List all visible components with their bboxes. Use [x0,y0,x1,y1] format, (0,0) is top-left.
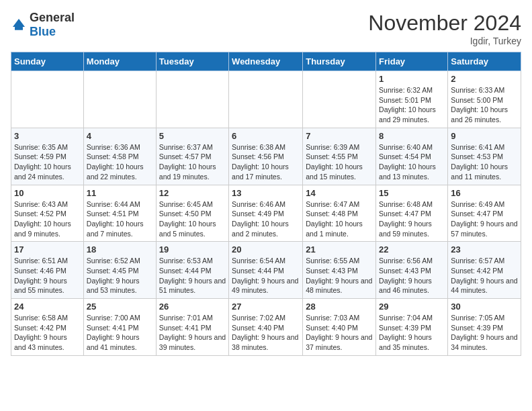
day-info: Sunrise: 6:58 AMSunset: 4:42 PMDaylight:… [14,313,81,353]
calendar-cell: 12Sunrise: 6:45 AMSunset: 4:50 PMDayligh… [156,185,228,242]
calendar-cell [83,71,156,128]
day-info: Sunrise: 7:02 AMSunset: 4:40 PMDaylight:… [232,313,300,353]
day-number: 25 [87,302,153,312]
calendar-cell: 14Sunrise: 6:47 AMSunset: 4:48 PMDayligh… [303,185,376,242]
title-area: November 2024 Igdir, Turkey [368,11,521,46]
day-number: 24 [14,302,81,312]
calendar-week-row: 17Sunrise: 6:51 AMSunset: 4:46 PMDayligh… [11,242,521,299]
day-info: Sunrise: 6:52 AMSunset: 4:45 PMDaylight:… [87,256,153,295]
logo-general-text: General [30,11,75,24]
calendar-cell: 22Sunrise: 6:56 AMSunset: 4:43 PMDayligh… [376,242,448,299]
calendar-header-row: SundayMondayTuesdayWednesdayThursdayFrid… [11,52,521,71]
calendar-cell: 23Sunrise: 6:57 AMSunset: 4:42 PMDayligh… [448,242,521,299]
day-number: 22 [379,244,445,255]
location: Igdir, Turkey [368,36,521,46]
day-number: 23 [451,244,518,255]
calendar-cell: 2Sunrise: 6:33 AMSunset: 5:00 PMDaylight… [448,71,521,128]
day-info: Sunrise: 6:33 AMSunset: 5:00 PMDaylight:… [451,85,518,125]
day-info: Sunrise: 6:35 AMSunset: 4:59 PMDaylight:… [14,142,81,182]
calendar-cell: 28Sunrise: 7:03 AMSunset: 4:40 PMDayligh… [303,299,376,356]
calendar-cell: 10Sunrise: 6:43 AMSunset: 4:52 PMDayligh… [11,185,84,242]
day-number: 7 [306,131,373,141]
calendar-cell: 27Sunrise: 7:02 AMSunset: 4:40 PMDayligh… [229,299,303,356]
day-number: 30 [451,302,518,312]
day-info: Sunrise: 6:48 AMSunset: 4:47 PMDaylight:… [379,199,445,239]
day-number: 27 [232,302,300,312]
weekday-header-sunday: Sunday [11,52,84,71]
calendar-cell [156,71,228,128]
calendar-cell: 9Sunrise: 6:41 AMSunset: 4:53 PMDaylight… [448,128,521,185]
calendar-cell: 26Sunrise: 7:01 AMSunset: 4:41 PMDayligh… [156,299,228,356]
day-number: 6 [232,131,300,141]
day-info: Sunrise: 6:49 AMSunset: 4:47 PMDaylight:… [451,199,518,239]
calendar-cell: 30Sunrise: 7:05 AMSunset: 4:39 PMDayligh… [448,299,521,356]
calendar-cell: 24Sunrise: 6:58 AMSunset: 4:42 PMDayligh… [11,299,84,356]
day-info: Sunrise: 6:57 AMSunset: 4:42 PMDaylight:… [451,256,518,295]
day-info: Sunrise: 6:39 AMSunset: 4:55 PMDaylight:… [306,142,373,182]
day-number: 17 [14,244,81,255]
day-number: 21 [306,244,373,255]
calendar-cell: 25Sunrise: 7:00 AMSunset: 4:41 PMDayligh… [83,299,156,356]
calendar-week-row: 3Sunrise: 6:35 AMSunset: 4:59 PMDaylight… [11,128,521,185]
day-info: Sunrise: 6:54 AMSunset: 4:44 PMDaylight:… [232,256,300,295]
day-number: 11 [87,188,153,198]
calendar-week-row: 1Sunrise: 6:32 AMSunset: 5:01 PMDaylight… [11,71,521,128]
day-number: 9 [451,131,518,141]
calendar-cell: 11Sunrise: 6:44 AMSunset: 4:51 PMDayligh… [83,185,156,242]
calendar-cell: 18Sunrise: 6:52 AMSunset: 4:45 PMDayligh… [83,242,156,299]
day-info: Sunrise: 6:46 AMSunset: 4:49 PMDaylight:… [232,199,300,239]
day-info: Sunrise: 6:51 AMSunset: 4:46 PMDaylight:… [14,256,81,295]
calendar-cell [303,71,376,128]
logo-icon [11,17,27,33]
day-info: Sunrise: 7:04 AMSunset: 4:39 PMDaylight:… [379,313,445,353]
day-info: Sunrise: 6:32 AMSunset: 5:01 PMDaylight:… [379,85,445,125]
day-info: Sunrise: 6:41 AMSunset: 4:53 PMDaylight:… [451,142,518,182]
weekday-header-friday: Friday [376,52,448,71]
day-number: 1 [379,74,445,84]
weekday-header-wednesday: Wednesday [229,52,303,71]
calendar-cell [229,71,303,128]
weekday-header-tuesday: Tuesday [156,52,228,71]
day-info: Sunrise: 6:55 AMSunset: 4:43 PMDaylight:… [306,256,373,295]
calendar-cell: 3Sunrise: 6:35 AMSunset: 4:59 PMDaylight… [11,128,84,185]
logo: General Blue [11,11,75,39]
day-number: 5 [159,131,226,141]
day-info: Sunrise: 7:00 AMSunset: 4:41 PMDaylight:… [87,313,153,353]
calendar-cell: 5Sunrise: 6:37 AMSunset: 4:57 PMDaylight… [156,128,228,185]
calendar-cell: 15Sunrise: 6:48 AMSunset: 4:47 PMDayligh… [376,185,448,242]
calendar-cell: 20Sunrise: 6:54 AMSunset: 4:44 PMDayligh… [229,242,303,299]
svg-rect-1 [15,27,23,30]
calendar-cell: 29Sunrise: 7:04 AMSunset: 4:39 PMDayligh… [376,299,448,356]
day-info: Sunrise: 6:37 AMSunset: 4:57 PMDaylight:… [159,142,226,182]
calendar-cell: 4Sunrise: 6:36 AMSunset: 4:58 PMDaylight… [83,128,156,185]
day-info: Sunrise: 6:38 AMSunset: 4:56 PMDaylight:… [232,142,300,182]
day-number: 12 [159,188,226,198]
day-number: 16 [451,188,518,198]
day-info: Sunrise: 6:40 AMSunset: 4:54 PMDaylight:… [379,142,445,182]
day-number: 3 [14,131,81,141]
weekday-header-thursday: Thursday [303,52,376,71]
page-header: General Blue November 2024 Igdir, Turkey [11,11,521,46]
day-info: Sunrise: 7:01 AMSunset: 4:41 PMDaylight:… [159,313,226,353]
day-info: Sunrise: 7:03 AMSunset: 4:40 PMDaylight:… [306,313,373,353]
day-info: Sunrise: 6:56 AMSunset: 4:43 PMDaylight:… [379,256,445,295]
calendar-cell: 17Sunrise: 6:51 AMSunset: 4:46 PMDayligh… [11,242,84,299]
day-number: 2 [451,74,518,84]
day-number: 29 [379,302,445,312]
day-info: Sunrise: 6:45 AMSunset: 4:50 PMDaylight:… [159,199,226,239]
calendar-cell: 13Sunrise: 6:46 AMSunset: 4:49 PMDayligh… [229,185,303,242]
weekday-header-saturday: Saturday [448,52,521,71]
day-info: Sunrise: 6:47 AMSunset: 4:48 PMDaylight:… [306,199,373,239]
day-number: 15 [379,188,445,198]
day-number: 19 [159,244,226,255]
calendar-cell: 6Sunrise: 6:38 AMSunset: 4:56 PMDaylight… [229,128,303,185]
weekday-header-monday: Monday [83,52,156,71]
calendar-cell: 19Sunrise: 6:53 AMSunset: 4:44 PMDayligh… [156,242,228,299]
day-number: 18 [87,244,153,255]
calendar-cell [11,71,84,128]
day-number: 10 [14,188,81,198]
month-title: November 2024 [368,11,521,36]
day-number: 4 [87,131,153,141]
day-info: Sunrise: 6:43 AMSunset: 4:52 PMDaylight:… [14,199,81,239]
day-info: Sunrise: 6:36 AMSunset: 4:58 PMDaylight:… [87,142,153,182]
